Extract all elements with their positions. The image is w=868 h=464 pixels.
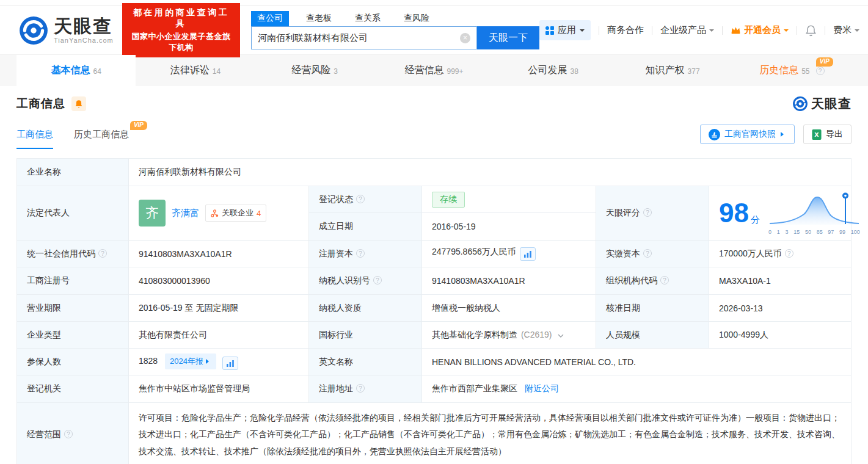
help-icon[interactable] xyxy=(373,276,382,285)
tab-intellectual-property[interactable]: 知识产权 377 xyxy=(613,55,732,86)
header-nav: 应用 商务合作 企业级产品 开通会员 xyxy=(539,20,859,40)
search-button[interactable]: 天眼一下 xyxy=(477,26,539,49)
annual-report-badge[interactable]: 2024年报 xyxy=(165,353,216,369)
reg-status-label: 登记状态 xyxy=(309,186,422,213)
help-icon[interactable] xyxy=(660,276,669,285)
tab-legal-proceedings[interactable]: 法律诉讼 14 xyxy=(136,55,255,86)
tab-basic-info[interactable]: 基本信息 64 xyxy=(16,55,136,86)
search-input[interactable] xyxy=(252,33,460,43)
search-area: 查公司 查老板 查关系 查风险 天眼一下 xyxy=(251,11,539,49)
apps-menu-label: 应用 xyxy=(558,24,576,36)
section-title: 工商信息 xyxy=(16,96,65,112)
chevron-down-icon[interactable] xyxy=(558,334,564,338)
help-icon[interactable] xyxy=(643,249,652,258)
notifications-bell-icon[interactable] xyxy=(805,24,817,37)
official-snapshot-button[interactable]: 工商官网快照 xyxy=(700,125,795,144)
tab-business-risk[interactable]: 经营风险 3 xyxy=(255,55,374,86)
industry-code: (C2619) xyxy=(521,330,552,339)
score-unit: 分 xyxy=(751,215,760,224)
reg-capital-label: 注册资本 xyxy=(309,241,422,267)
tab-company-development[interactable]: 公司发展 38 xyxy=(494,55,613,86)
help-icon[interactable] xyxy=(643,208,652,217)
nav-enterprise-products[interactable]: 企业级产品 xyxy=(660,24,714,36)
nearby-companies-link[interactable]: 附近公司 xyxy=(525,383,559,393)
monitor-bell-icon[interactable] xyxy=(71,96,86,111)
apps-grid-icon xyxy=(545,26,554,35)
establish-date-value: 2016-05-19 xyxy=(422,213,596,241)
insured-trend-icon[interactable] xyxy=(222,357,238,370)
help-icon[interactable] xyxy=(64,430,73,438)
reg-status-label-text: 登记状态 xyxy=(319,194,353,204)
reg-number-value: 410803000013960 xyxy=(129,267,309,295)
taxpayer-quality-value: 增值税一般纳税人 xyxy=(422,295,596,322)
tianyancha-watermark-icon xyxy=(792,96,808,112)
tab-label: 基本信息 xyxy=(51,64,90,77)
crown-icon xyxy=(731,26,741,35)
tab-count: 377 xyxy=(688,67,700,76)
search-tab-relation[interactable]: 查关系 xyxy=(349,11,387,26)
watermark-text: 天眼查 xyxy=(811,95,852,112)
business-term-value: 2016-05-19 至 无固定期限 xyxy=(129,295,309,322)
legal-rep-avatar[interactable]: 齐 xyxy=(139,200,166,227)
insured-count-label: 参保人数 xyxy=(17,349,129,375)
legal-rep-name-link[interactable]: 齐满富 xyxy=(172,208,199,219)
nav-open-vip-label: 开通会员 xyxy=(744,24,781,36)
tab-history-info[interactable]: VIP 历史信息 55 xyxy=(732,55,852,86)
taxpayer-id-value: 91410803MA3XA10A1R xyxy=(422,267,596,295)
nav-cooperation[interactable]: 商务合作 xyxy=(607,24,644,36)
nav-divider xyxy=(825,26,825,35)
company-tabbar: 基本信息 64 法律诉讼 14 经营风险 3 经营信息 999+ 公司发展 38… xyxy=(0,54,868,86)
arrow-right-icon xyxy=(206,359,211,364)
help-icon[interactable] xyxy=(785,249,793,258)
export-label: 导出 xyxy=(826,129,843,140)
subtab-business-info[interactable]: 工商信息 xyxy=(16,129,53,149)
business-info-section: 工商信息 天眼查 工商信息 VIP xyxy=(0,95,868,464)
table-row: 登记机关 焦作市中站区市场监督管理局 注册地址 焦作市西部产业集聚区 附近公司 xyxy=(17,375,852,403)
paid-capital-value: 170000万人民币 xyxy=(709,241,852,267)
subtab-history-business-info[interactable]: VIP 历史工商信息 xyxy=(74,129,129,149)
export-button[interactable]: X 导出 xyxy=(803,125,852,144)
reg-authority-value: 焦作市中站区市场监督管理局 xyxy=(129,375,309,403)
reg-address-label: 注册地址 xyxy=(309,375,422,403)
english-name-label: 英文名称 xyxy=(309,349,422,375)
help-icon[interactable] xyxy=(98,249,107,258)
nav-divider xyxy=(599,26,599,35)
apps-menu[interactable]: 应用 xyxy=(539,20,591,40)
caret-down-icon xyxy=(784,29,789,34)
company-type-label: 企业类型 xyxy=(17,322,129,349)
nav-open-vip[interactable]: 开通会员 xyxy=(731,24,789,36)
related-companies-badge[interactable]: 关联企业 4 xyxy=(205,205,266,222)
nav-enterprise-label: 企业级产品 xyxy=(660,24,706,36)
capital-trend-icon[interactable] xyxy=(520,247,536,261)
excel-icon: X xyxy=(812,129,822,140)
help-icon[interactable] xyxy=(356,195,365,203)
table-row: 统一社会信用代码 91410803MA3XA10A1R 注册资本 247795.… xyxy=(17,241,852,267)
reg-address-value: 焦作市西部产业集聚区 附近公司 xyxy=(422,375,852,403)
clear-icon[interactable] xyxy=(460,33,470,43)
business-scope-label: 经营范围 xyxy=(17,403,129,464)
help-icon[interactable] xyxy=(356,384,365,393)
company-name-value: 河南佰利联新材料有限公司 xyxy=(129,159,852,186)
caret-down-icon xyxy=(580,29,585,34)
search-tab-company[interactable]: 查公司 xyxy=(251,11,289,26)
english-name-value: HENAN BILLIONS ADVANCED MATERIAL CO., LT… xyxy=(422,349,852,375)
search-tab-risk[interactable]: 查风险 xyxy=(398,11,436,26)
reg-status-value: 存续 xyxy=(422,186,596,213)
score-distribution-chart: 0131550859799100 xyxy=(768,191,860,235)
search-tab-boss[interactable]: 查老板 xyxy=(300,11,338,26)
table-row: 法定代表人 齐 齐满富 关联企业 xyxy=(17,186,852,213)
promo-banner: 都在用的商业查询工具 国家中小企业发展子基金旗下机构 xyxy=(122,3,240,57)
score-cell: 98 分 xyxy=(709,186,852,241)
help-icon[interactable] xyxy=(356,249,365,258)
tianyancha-logo[interactable]: 天眼查 TianYanCha.com xyxy=(18,15,114,46)
nav-user-menu[interactable]: 费米 xyxy=(833,24,859,36)
reg-number-label: 工商注册号 xyxy=(17,267,129,295)
score-axis-ticks: 0131550859799100 xyxy=(768,229,860,235)
stamp-icon xyxy=(709,129,720,140)
help-icon[interactable] xyxy=(816,67,825,75)
tab-label: 历史信息 xyxy=(759,64,798,77)
tab-count: 64 xyxy=(93,67,101,76)
tab-business-info[interactable]: 经营信息 999+ xyxy=(374,55,494,86)
logo-title: 天眼查 xyxy=(54,17,114,35)
legal-rep-label: 法定代表人 xyxy=(17,186,129,241)
